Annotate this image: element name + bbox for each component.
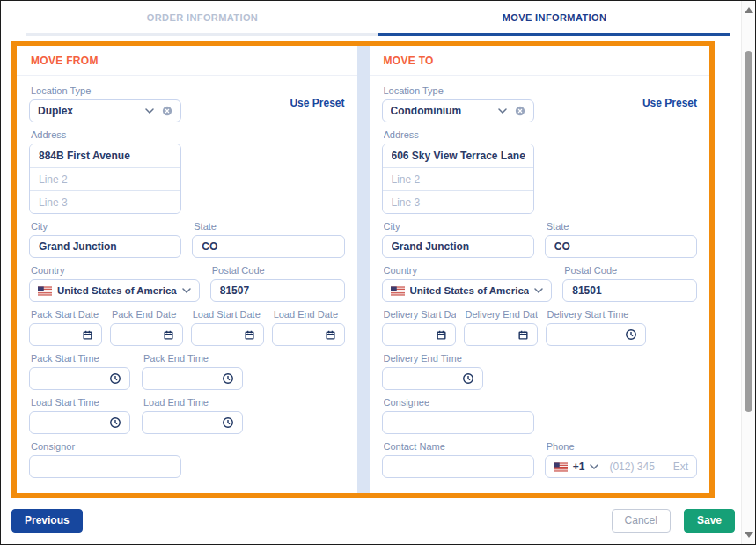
delivery-start-date-label: Delivery Start Date xyxy=(384,309,456,320)
move-to-title: MOVE TO xyxy=(370,46,710,76)
location-type-select[interactable]: Condominium xyxy=(382,99,534,122)
city-input[interactable] xyxy=(382,235,534,258)
phone-country-code[interactable]: +1 xyxy=(573,460,585,473)
country-label: Country xyxy=(31,265,200,276)
tab-order-information[interactable]: ORDER INFORMATION xyxy=(26,1,378,36)
address-line2-input[interactable] xyxy=(383,167,533,190)
address-line3-input[interactable] xyxy=(30,190,180,213)
pack-start-date-input[interactable] xyxy=(29,323,102,346)
scroll-down-icon[interactable] xyxy=(745,532,753,538)
pack-end-date-label: Pack End Date xyxy=(112,309,183,320)
delivery-end-time-input[interactable] xyxy=(382,367,483,390)
contact-name-input[interactable] xyxy=(382,455,534,478)
consignee-input[interactable] xyxy=(382,411,534,434)
calendar-icon[interactable] xyxy=(436,329,447,341)
consignee-label: Consignee xyxy=(384,397,698,409)
use-preset-link[interactable]: Use Preset xyxy=(642,97,697,122)
save-button[interactable]: Save xyxy=(684,509,735,533)
location-type-select[interactable]: Duplex xyxy=(29,99,181,122)
delivery-end-date-label: Delivery End Date xyxy=(466,309,538,320)
pack-start-time-input[interactable] xyxy=(29,367,130,390)
city-label: City xyxy=(31,221,181,232)
consignor-label: Consignor xyxy=(31,441,345,453)
state-label: State xyxy=(547,221,697,232)
pack-end-time-input[interactable] xyxy=(142,367,243,390)
us-flag-icon xyxy=(38,286,52,296)
state-input[interactable] xyxy=(192,235,344,258)
clock-icon[interactable] xyxy=(109,416,121,429)
scrollbar-thumb[interactable] xyxy=(745,51,752,412)
clear-icon[interactable] xyxy=(515,106,525,116)
clock-icon[interactable] xyxy=(462,372,474,385)
address-label: Address xyxy=(31,129,345,141)
country-select[interactable]: United States of America xyxy=(382,279,553,302)
load-start-time-label: Load Start Time xyxy=(31,397,130,409)
country-label: Country xyxy=(384,265,553,276)
clear-icon[interactable] xyxy=(162,106,172,116)
delivery-end-date-input[interactable] xyxy=(464,323,538,346)
postal-code-input[interactable] xyxy=(210,279,345,302)
delivery-start-date-input[interactable] xyxy=(382,323,456,346)
load-end-time-input[interactable] xyxy=(142,411,243,434)
dialog-tabbar: ORDER INFORMATION MOVE INFORMATION xyxy=(26,1,730,36)
clock-icon[interactable] xyxy=(109,372,121,385)
load-end-date-label: Load End Date xyxy=(274,309,345,320)
move-from-body: Location Type Duplex xyxy=(17,76,357,493)
load-start-time-input[interactable] xyxy=(29,411,130,434)
load-end-date-input[interactable] xyxy=(272,323,345,346)
use-preset-link[interactable]: Use Preset xyxy=(290,97,344,122)
phone-input[interactable]: +1 (012) 345 Ext xyxy=(545,455,697,478)
clock-icon[interactable] xyxy=(625,328,637,341)
load-start-date-label: Load Start Date xyxy=(193,309,264,320)
chevron-down-icon xyxy=(534,288,543,293)
us-flag-icon xyxy=(391,286,405,296)
chevron-down-icon xyxy=(590,464,598,469)
calendar-icon[interactable] xyxy=(244,329,255,341)
address-group xyxy=(382,144,534,214)
address-line3-input[interactable] xyxy=(383,190,533,213)
dialog-footer: Previous Cancel Save xyxy=(1,498,741,544)
postal-code-input[interactable] xyxy=(562,279,697,302)
vertical-scrollbar[interactable] xyxy=(741,1,755,544)
load-end-time-label: Load End Time xyxy=(143,397,243,409)
location-type-value: Condominium xyxy=(391,105,462,117)
country-select[interactable]: United States of America xyxy=(29,279,200,302)
country-value: United States of America xyxy=(57,285,177,296)
chevron-down-icon xyxy=(182,288,191,293)
state-input[interactable] xyxy=(545,235,697,258)
pack-start-date-label: Pack Start Date xyxy=(31,309,102,320)
move-sections-frame: MOVE FROM Location Type Duplex xyxy=(11,41,715,498)
load-start-date-input[interactable] xyxy=(191,323,264,346)
address-line2-input[interactable] xyxy=(30,167,180,190)
consignor-input[interactable] xyxy=(29,455,181,478)
postal-code-label: Postal Code xyxy=(212,265,345,276)
tab-move-information[interactable]: MOVE INFORMATION xyxy=(378,1,730,36)
pack-end-date-input[interactable] xyxy=(110,323,183,346)
us-flag-icon xyxy=(554,462,568,472)
move-to-body: Location Type Condominium xyxy=(370,76,710,493)
delivery-start-time-label: Delivery Start Time xyxy=(547,309,646,320)
city-label: City xyxy=(384,221,534,232)
pack-end-time-label: Pack End Time xyxy=(143,353,243,365)
cancel-button[interactable]: Cancel xyxy=(612,509,671,533)
previous-button[interactable]: Previous xyxy=(11,509,83,533)
move-information-dialog: ORDER INFORMATION MOVE INFORMATION MOVE … xyxy=(0,0,756,545)
address-label: Address xyxy=(384,129,698,141)
calendar-icon[interactable] xyxy=(517,329,529,341)
calendar-icon[interactable] xyxy=(163,329,174,341)
scroll-up-icon[interactable] xyxy=(745,7,753,13)
city-input[interactable] xyxy=(29,235,181,258)
delivery-start-time-input[interactable] xyxy=(546,323,646,346)
clock-icon[interactable] xyxy=(222,416,234,429)
address-group xyxy=(29,144,181,214)
country-value: United States of America xyxy=(410,285,530,296)
address-line1-input[interactable] xyxy=(30,144,180,167)
chevron-down-icon xyxy=(498,108,507,114)
move-from-section: MOVE FROM Location Type Duplex xyxy=(17,46,357,493)
clock-icon[interactable] xyxy=(222,372,234,385)
contact-name-label: Contact Name xyxy=(384,441,534,453)
calendar-icon[interactable] xyxy=(325,329,336,341)
calendar-icon[interactable] xyxy=(82,329,93,341)
move-from-title: MOVE FROM xyxy=(17,46,357,76)
address-line1-input[interactable] xyxy=(383,144,533,167)
